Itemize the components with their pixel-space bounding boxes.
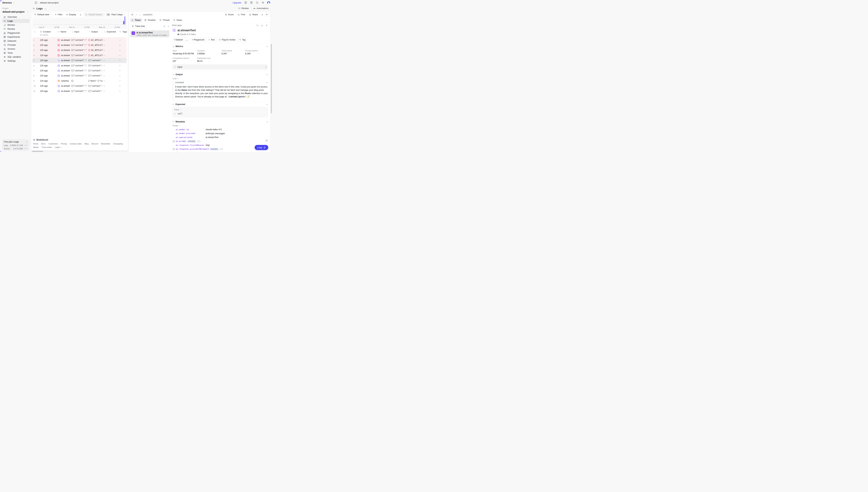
- next-trace-button[interactable]: ↓: [138, 13, 142, 17]
- review-button[interactable]: Review: [237, 6, 250, 10]
- collapse-row-icon[interactable]: [172, 148, 175, 150]
- llm-format-selector[interactable]: LLM: [173, 77, 268, 80]
- time-range-selector[interactable]: 3d Past 3 days: [105, 13, 126, 17]
- expand-panel-button[interactable]: [130, 13, 134, 17]
- metadata-row[interactable]: ai.response.finishReason stop: [172, 143, 268, 147]
- column-header-input[interactable]: Input: [70, 29, 87, 33]
- table-row[interactable]: 6 12h ago ai.streamT... [{"content":" ..…: [32, 63, 127, 68]
- run-button[interactable]: Run: [207, 38, 217, 42]
- footer-link-docs[interactable]: Docs: [41, 143, 46, 145]
- table-row[interactable]: 2 12h ago ! ai.streamT... [{"content":" …: [32, 43, 127, 48]
- tag-button[interactable]: Tag: [238, 38, 247, 42]
- expand-row-icon[interactable]: [172, 140, 175, 143]
- workspace-chevron-icon[interactable]: [13, 2, 15, 3]
- footer-link-status[interactable]: Status: [33, 146, 39, 148]
- histogram-bar[interactable]: [123, 21, 124, 24]
- previous-trace-button[interactable]: ↑: [134, 13, 138, 17]
- table-row[interactable]: 11 12h ago ai.streamT... [{"content":" .…: [32, 89, 127, 94]
- pretty-format-selector[interactable]: Pretty: [173, 124, 268, 127]
- docs-icon[interactable]: [244, 1, 247, 4]
- upgrade-link[interactable]: Upgrade: [232, 1, 241, 4]
- footer-link-blog[interactable]: Blog: [84, 143, 89, 145]
- avatar[interactable]: [267, 1, 270, 4]
- input-section-collapsed[interactable]: Input: [172, 65, 268, 70]
- column-header-name[interactable]: Name: [56, 29, 70, 33]
- footer-link-discord[interactable]: Discord: [91, 143, 98, 145]
- filter-button[interactable]: Filter: [53, 13, 64, 17]
- sidebar-item-monitor[interactable]: Monitor: [2, 23, 30, 27]
- yaml-format-selector[interactable]: YAML: [174, 109, 266, 111]
- footer-link-pricing[interactable]: Pricing: [61, 143, 67, 145]
- sidebar-item-settings[interactable]: Settings: [2, 59, 30, 63]
- table-row[interactable]: 7 12h ago ai.streamT... [{"content":" ..…: [32, 68, 127, 73]
- loop-button[interactable]: Loop: [255, 145, 268, 150]
- metadata-row[interactable]: ai.response.providerMetadata PARSED {1}: [172, 147, 268, 151]
- sidebar-item-prompts[interactable]: Prompts: [2, 43, 30, 47]
- dataset-more-button[interactable]: ...: [184, 38, 190, 42]
- column-header-tags[interactable]: Tags: [118, 29, 128, 33]
- plan-usage-card[interactable]: Free plan usage Logs 0.0004 of 1 GB Scor…: [2, 139, 29, 151]
- histogram-bar[interactable]: [125, 17, 125, 24]
- braintrust-brand[interactable]: Braintrust: [33, 138, 126, 141]
- footer-link-newsletter[interactable]: Newsletter: [101, 143, 110, 145]
- find-button[interactable]: Find: [236, 13, 247, 17]
- add-to-dataset-button[interactable]: + Dataset: [172, 38, 184, 42]
- table-row[interactable]: 9 12h ago schema {} {"data":{"col... – –: [32, 78, 127, 83]
- metadata-row[interactable]: ai.prompt PARSED {2}: [172, 140, 268, 143]
- column-header-expected[interactable]: Expected: [103, 29, 118, 33]
- share-button[interactable]: Share: [247, 13, 259, 17]
- flag-for-review-button[interactable]: Flag for review: [217, 38, 237, 42]
- project-switcher[interactable]: default-otel-project: [2, 10, 29, 13]
- open-in-new-button[interactable]: ↗: [260, 13, 264, 17]
- outline-widget[interactable]: ☰: [265, 139, 268, 142]
- view-selector[interactable]: Default view: [33, 13, 53, 17]
- help-icon[interactable]: [250, 1, 253, 4]
- sidebar-item-logs[interactable]: Logs: [2, 19, 30, 23]
- sidebar-item-tools[interactable]: Tools: [2, 51, 30, 55]
- horizontal-scrollbar[interactable]: [31, 150, 128, 152]
- export-button[interactable]: [78, 13, 83, 16]
- vertical-scrollbar[interactable]: [271, 11, 272, 152]
- footer-link-trust-center[interactable]: Trust center: [42, 146, 52, 148]
- sidebar-item-experiments[interactable]: Experiments: [2, 35, 30, 39]
- settings-icon[interactable]: [262, 1, 264, 4]
- sidebar-item-sql-sandbox[interactable]: SQL sandbox: [2, 55, 30, 59]
- sidebar-item-overview[interactable]: Overview: [2, 15, 30, 19]
- table-row[interactable]: 8 12h ago ai.streamT... [{"content":" ..…: [32, 73, 127, 78]
- table-row[interactable]: 4 12h ago ! ai.streamT... [{"content":" …: [32, 53, 127, 58]
- download-icon[interactable]: [261, 24, 263, 27]
- add-to-playground-button[interactable]: + Playground: [191, 38, 206, 42]
- table-row[interactable]: 10 12h ago ai.streamT... [{"content":" .…: [32, 83, 127, 89]
- output-section-header[interactable]: Output: [172, 73, 268, 76]
- sidebar-item-playgrounds[interactable]: Playgrounds: [2, 31, 30, 35]
- collapse-row-icon[interactable]: [176, 152, 179, 152]
- score-button[interactable]: Score: [223, 13, 235, 17]
- kebab-menu-icon[interactable]: [167, 25, 169, 27]
- tab-trace[interactable]: Trace: [130, 18, 142, 22]
- search-traces-input[interactable]: Search traces: [84, 13, 105, 17]
- select-all-checkbox[interactable]: [34, 31, 36, 33]
- tab-views[interactable]: Views: [172, 18, 184, 22]
- table-row[interactable]: 5 12h ago ai.streamT... [{"content":" ..…: [32, 58, 127, 63]
- workspace-name[interactable]: Directus: [2, 1, 12, 4]
- horizontal-scrollbar-thumb[interactable]: [32, 151, 43, 152]
- expected-section-header[interactable]: Expected: [172, 103, 268, 105]
- traces-histogram[interactable]: Sat 1412 PMFeb 1512 PMMon 1612 PM: [32, 18, 127, 29]
- footer-link-changelog[interactable]: Changelog: [113, 143, 123, 145]
- column-header-created[interactable]: Created: [39, 29, 56, 33]
- metrics-section-header[interactable]: Metrics: [172, 45, 268, 48]
- footer-link-home[interactable]: Home: [33, 143, 39, 145]
- more-button[interactable]: ...: [45, 7, 47, 10]
- sidebar-toggle-icon[interactable]: [34, 1, 38, 4]
- trace-tree-button[interactable]: Trace tree: [130, 24, 147, 28]
- braces-icon[interactable]: [256, 24, 258, 27]
- metadata-row[interactable]: ai.operationId ai.streamText: [172, 136, 268, 140]
- metadata-section-header[interactable]: Metadata: [172, 121, 268, 123]
- search-icon[interactable]: [256, 1, 258, 4]
- table-row[interactable]: 3 12h ago ! ai.streamT... [{"content":" …: [32, 48, 127, 53]
- tab-thread[interactable]: Thread: [158, 18, 171, 22]
- collapse-icon[interactable]: [266, 24, 268, 27]
- vertical-scrollbar-thumb[interactable]: [271, 44, 272, 113]
- footer-link-contact-sales[interactable]: Contact sales: [70, 143, 82, 145]
- trace-tree-span-item[interactable]: A\ ai.streamText 3.69s, 9,347 tok, Claud…: [130, 30, 169, 37]
